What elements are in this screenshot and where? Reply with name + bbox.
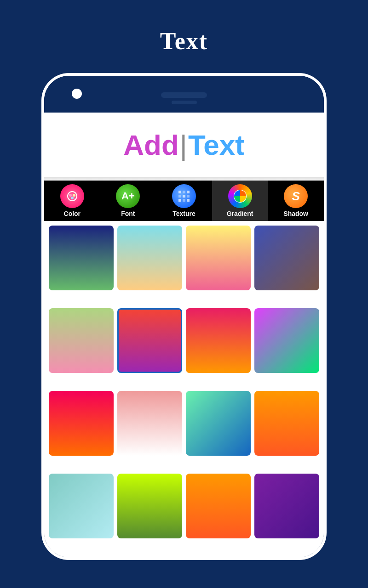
gradient-icon — [228, 184, 252, 208]
color-label: Color — [64, 210, 81, 217]
toolbar-shadow[interactable]: S Shadow — [268, 181, 324, 221]
phone-top — [44, 76, 324, 113]
texture-label: Texture — [172, 210, 196, 217]
phone-speaker — [161, 92, 207, 98]
gradient-item-13[interactable] — [49, 474, 114, 538]
gradient-item-11[interactable] — [186, 391, 251, 456]
gradient-item-10[interactable] — [117, 391, 182, 456]
phone-camera — [72, 89, 82, 99]
gradient-item-16[interactable] — [254, 474, 319, 538]
gradient-item-12[interactable] — [254, 391, 319, 456]
svg-rect-5 — [183, 191, 185, 193]
toolbar-gradient[interactable]: Gradient — [212, 181, 268, 221]
font-icon: A+ — [116, 184, 140, 208]
svg-point-2 — [73, 194, 75, 197]
toolbar-font[interactable]: A+ Font — [100, 181, 156, 221]
font-label: Font — [121, 210, 135, 217]
text-part1: Add — [123, 129, 179, 161]
gradient-item-15[interactable] — [186, 474, 251, 538]
texture-icon-svg — [177, 189, 191, 203]
svg-rect-9 — [187, 195, 190, 198]
gradient-icon-svg — [233, 189, 247, 203]
gradient-item-1[interactable] — [49, 226, 114, 290]
gradient-item-5[interactable] — [49, 308, 114, 373]
phone-sensor — [172, 101, 197, 104]
phone-frame: Add | Text Color — [41, 73, 327, 560]
svg-point-3 — [71, 197, 74, 199]
gradient-label: Gradient — [227, 210, 253, 217]
svg-rect-8 — [183, 195, 185, 198]
svg-rect-6 — [187, 191, 190, 193]
text-part2: Text — [188, 129, 245, 161]
gradient-item-3[interactable] — [186, 226, 251, 290]
shadow-icon: S — [284, 184, 308, 208]
gradient-item-14[interactable] — [117, 474, 182, 538]
gradient-item-7[interactable] — [186, 308, 251, 373]
svg-rect-4 — [178, 191, 181, 193]
texture-icon — [172, 184, 196, 208]
svg-rect-10 — [178, 199, 181, 202]
add-text-display: Add | Text — [123, 129, 245, 161]
svg-point-1 — [69, 194, 72, 197]
shadow-separator — [44, 177, 324, 181]
gradient-item-9[interactable] — [49, 391, 114, 456]
svg-rect-7 — [178, 195, 181, 198]
phone-screen: Add | Text Color — [44, 113, 324, 557]
color-icon-svg — [66, 190, 79, 203]
gradient-item-6[interactable] — [117, 308, 182, 373]
gradient-item-8[interactable] — [254, 308, 319, 373]
shadow-label: Shadow — [283, 210, 308, 217]
page-title: Text — [160, 28, 208, 55]
toolbar: Color A+ Font — [44, 181, 324, 221]
svg-rect-12 — [187, 199, 190, 202]
text-cursor: | — [180, 129, 187, 161]
text-input-area[interactable]: Add | Text — [44, 113, 324, 177]
gradient-item-2[interactable] — [117, 226, 182, 290]
toolbar-texture[interactable]: Texture — [156, 181, 212, 221]
svg-rect-11 — [183, 199, 185, 202]
gradient-grid — [44, 221, 324, 557]
gradient-item-4[interactable] — [254, 226, 319, 290]
toolbar-color[interactable]: Color — [44, 181, 100, 221]
color-icon — [60, 184, 84, 208]
